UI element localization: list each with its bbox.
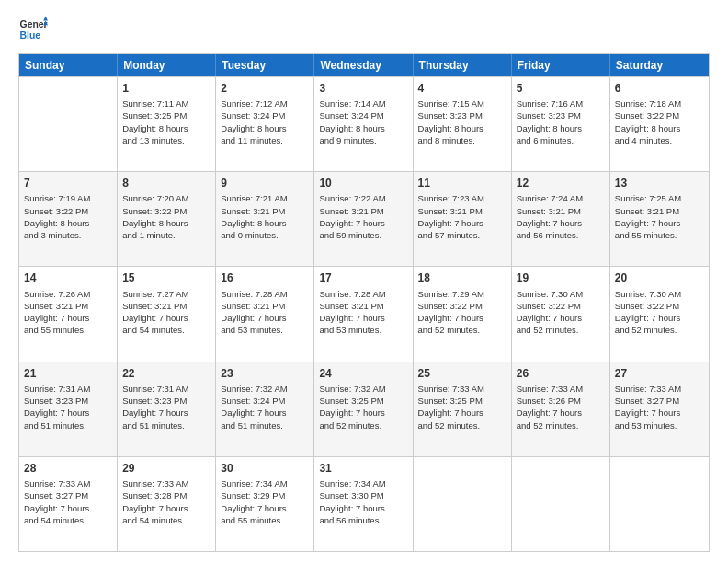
cal-cell: 31Sunrise: 7:34 AM Sunset: 3:30 PM Dayli… bbox=[314, 457, 413, 551]
svg-marker-2 bbox=[43, 17, 48, 21]
day-number: 15 bbox=[122, 270, 210, 285]
cell-info: Sunrise: 7:24 AM Sunset: 3:21 PM Dayligh… bbox=[517, 192, 605, 241]
cal-row-1: 7Sunrise: 7:19 AM Sunset: 3:22 PM Daylig… bbox=[19, 171, 709, 266]
cal-cell: 28Sunrise: 7:33 AM Sunset: 3:27 PM Dayli… bbox=[19, 457, 118, 551]
day-number: 6 bbox=[615, 81, 704, 96]
cal-cell: 14Sunrise: 7:26 AM Sunset: 3:21 PM Dayli… bbox=[19, 267, 118, 361]
day-number: 25 bbox=[418, 366, 506, 381]
cell-info: Sunrise: 7:34 AM Sunset: 3:30 PM Dayligh… bbox=[319, 477, 407, 526]
day-number: 16 bbox=[221, 270, 309, 285]
cal-cell: 26Sunrise: 7:33 AM Sunset: 3:26 PM Dayli… bbox=[512, 362, 610, 456]
cell-info: Sunrise: 7:33 AM Sunset: 3:25 PM Dayligh… bbox=[418, 383, 506, 431]
svg-text:Blue: Blue bbox=[20, 30, 41, 40]
cal-cell: 5Sunrise: 7:16 AM Sunset: 3:23 PM Daylig… bbox=[512, 77, 610, 171]
day-number: 23 bbox=[221, 366, 309, 381]
cell-info: Sunrise: 7:31 AM Sunset: 3:23 PM Dayligh… bbox=[122, 383, 210, 431]
day-number: 11 bbox=[418, 176, 506, 190]
cal-cell: 2Sunrise: 7:12 AM Sunset: 3:24 PM Daylig… bbox=[216, 77, 314, 171]
cal-cell: 22Sunrise: 7:31 AM Sunset: 3:23 PM Dayli… bbox=[118, 362, 216, 456]
day-number: 10 bbox=[319, 176, 407, 190]
cell-info: Sunrise: 7:23 AM Sunset: 3:21 PM Dayligh… bbox=[418, 192, 506, 241]
cell-info: Sunrise: 7:15 AM Sunset: 3:23 PM Dayligh… bbox=[418, 98, 506, 146]
cal-cell: 16Sunrise: 7:28 AM Sunset: 3:21 PM Dayli… bbox=[216, 267, 314, 361]
cell-info: Sunrise: 7:33 AM Sunset: 3:27 PM Dayligh… bbox=[24, 477, 112, 526]
cal-cell: 24Sunrise: 7:32 AM Sunset: 3:25 PM Dayli… bbox=[314, 362, 413, 456]
day-number: 30 bbox=[221, 461, 309, 476]
cal-row-3: 21Sunrise: 7:31 AM Sunset: 3:23 PM Dayli… bbox=[19, 362, 709, 456]
day-number: 1 bbox=[122, 81, 210, 96]
cal-cell: 7Sunrise: 7:19 AM Sunset: 3:22 PM Daylig… bbox=[19, 172, 118, 266]
cell-info: Sunrise: 7:32 AM Sunset: 3:25 PM Dayligh… bbox=[319, 383, 407, 431]
cell-info: Sunrise: 7:29 AM Sunset: 3:22 PM Dayligh… bbox=[418, 288, 506, 337]
header-day-tuesday: Tuesday bbox=[216, 54, 314, 76]
cell-info: Sunrise: 7:30 AM Sunset: 3:22 PM Dayligh… bbox=[615, 288, 704, 337]
cell-info: Sunrise: 7:21 AM Sunset: 3:21 PM Dayligh… bbox=[221, 192, 309, 241]
cell-info: Sunrise: 7:11 AM Sunset: 3:25 PM Dayligh… bbox=[122, 98, 210, 146]
cell-info: Sunrise: 7:25 AM Sunset: 3:21 PM Dayligh… bbox=[615, 192, 704, 241]
header-day-friday: Friday bbox=[512, 54, 610, 76]
cal-cell: 4Sunrise: 7:15 AM Sunset: 3:23 PM Daylig… bbox=[414, 77, 512, 171]
cal-cell: 11Sunrise: 7:23 AM Sunset: 3:21 PM Dayli… bbox=[414, 172, 512, 266]
day-number: 5 bbox=[517, 81, 605, 96]
cell-info: Sunrise: 7:33 AM Sunset: 3:27 PM Dayligh… bbox=[615, 383, 704, 431]
calendar: SundayMondayTuesdayWednesdayThursdayFrid… bbox=[18, 53, 710, 552]
cell-info: Sunrise: 7:27 AM Sunset: 3:21 PM Dayligh… bbox=[122, 288, 210, 337]
cal-cell: 3Sunrise: 7:14 AM Sunset: 3:24 PM Daylig… bbox=[314, 77, 413, 171]
day-number: 28 bbox=[24, 461, 112, 476]
cal-cell: 23Sunrise: 7:32 AM Sunset: 3:24 PM Dayli… bbox=[216, 362, 314, 456]
cell-info: Sunrise: 7:14 AM Sunset: 3:24 PM Dayligh… bbox=[319, 98, 407, 146]
cell-info: Sunrise: 7:26 AM Sunset: 3:21 PM Dayligh… bbox=[24, 288, 112, 337]
cell-info: Sunrise: 7:30 AM Sunset: 3:22 PM Dayligh… bbox=[517, 288, 605, 337]
cal-cell: 29Sunrise: 7:33 AM Sunset: 3:28 PM Dayli… bbox=[118, 457, 216, 551]
cell-info: Sunrise: 7:33 AM Sunset: 3:26 PM Dayligh… bbox=[517, 383, 605, 431]
cal-cell: 13Sunrise: 7:25 AM Sunset: 3:21 PM Dayli… bbox=[610, 172, 709, 266]
cell-info: Sunrise: 7:31 AM Sunset: 3:23 PM Dayligh… bbox=[24, 383, 112, 431]
cal-cell: 21Sunrise: 7:31 AM Sunset: 3:23 PM Dayli… bbox=[19, 362, 118, 456]
logo-icon: General Blue bbox=[18, 15, 48, 44]
cell-info: Sunrise: 7:33 AM Sunset: 3:28 PM Dayligh… bbox=[122, 477, 210, 526]
cal-cell: 30Sunrise: 7:34 AM Sunset: 3:29 PM Dayli… bbox=[216, 457, 314, 551]
cell-info: Sunrise: 7:18 AM Sunset: 3:22 PM Dayligh… bbox=[615, 98, 704, 146]
header-day-saturday: Saturday bbox=[610, 54, 709, 76]
cell-info: Sunrise: 7:28 AM Sunset: 3:21 PM Dayligh… bbox=[221, 288, 309, 337]
day-number: 4 bbox=[418, 81, 506, 96]
logo: General Blue bbox=[18, 15, 48, 44]
day-number: 26 bbox=[517, 366, 605, 381]
day-number: 8 bbox=[122, 176, 210, 190]
cal-cell: 19Sunrise: 7:30 AM Sunset: 3:22 PM Dayli… bbox=[512, 267, 610, 361]
cal-cell: 25Sunrise: 7:33 AM Sunset: 3:25 PM Dayli… bbox=[414, 362, 512, 456]
cal-cell bbox=[610, 457, 709, 551]
cell-info: Sunrise: 7:22 AM Sunset: 3:21 PM Dayligh… bbox=[319, 192, 407, 241]
calendar-header: SundayMondayTuesdayWednesdayThursdayFrid… bbox=[19, 54, 709, 76]
day-number: 17 bbox=[319, 270, 407, 285]
day-number: 7 bbox=[24, 176, 112, 190]
calendar-body: 1Sunrise: 7:11 AM Sunset: 3:25 PM Daylig… bbox=[19, 76, 709, 551]
day-number: 12 bbox=[517, 176, 605, 190]
day-number: 31 bbox=[319, 461, 407, 476]
cal-cell: 10Sunrise: 7:22 AM Sunset: 3:21 PM Dayli… bbox=[314, 172, 413, 266]
day-number: 20 bbox=[615, 270, 704, 285]
day-number: 2 bbox=[221, 81, 309, 96]
day-number: 21 bbox=[24, 366, 112, 381]
cal-cell: 1Sunrise: 7:11 AM Sunset: 3:25 PM Daylig… bbox=[118, 77, 216, 171]
cal-row-4: 28Sunrise: 7:33 AM Sunset: 3:27 PM Dayli… bbox=[19, 456, 709, 551]
day-number: 29 bbox=[122, 461, 210, 476]
header-day-sunday: Sunday bbox=[19, 54, 118, 76]
day-number: 22 bbox=[122, 366, 210, 381]
cell-info: Sunrise: 7:32 AM Sunset: 3:24 PM Dayligh… bbox=[221, 383, 309, 431]
cal-cell bbox=[414, 457, 512, 551]
day-number: 19 bbox=[517, 270, 605, 285]
cal-cell: 27Sunrise: 7:33 AM Sunset: 3:27 PM Dayli… bbox=[610, 362, 709, 456]
page-header: General Blue bbox=[18, 15, 710, 44]
cell-info: Sunrise: 7:16 AM Sunset: 3:23 PM Dayligh… bbox=[517, 98, 605, 146]
cal-row-0: 1Sunrise: 7:11 AM Sunset: 3:25 PM Daylig… bbox=[19, 76, 709, 171]
cal-cell: 18Sunrise: 7:29 AM Sunset: 3:22 PM Dayli… bbox=[414, 267, 512, 361]
cal-cell: 12Sunrise: 7:24 AM Sunset: 3:21 PM Dayli… bbox=[512, 172, 610, 266]
cell-info: Sunrise: 7:19 AM Sunset: 3:22 PM Dayligh… bbox=[24, 192, 112, 241]
cell-info: Sunrise: 7:28 AM Sunset: 3:21 PM Dayligh… bbox=[319, 288, 407, 337]
cal-cell: 9Sunrise: 7:21 AM Sunset: 3:21 PM Daylig… bbox=[216, 172, 314, 266]
cell-info: Sunrise: 7:20 AM Sunset: 3:22 PM Dayligh… bbox=[122, 192, 210, 241]
day-number: 14 bbox=[24, 270, 112, 285]
cal-cell: 17Sunrise: 7:28 AM Sunset: 3:21 PM Dayli… bbox=[314, 267, 413, 361]
day-number: 24 bbox=[319, 366, 407, 381]
